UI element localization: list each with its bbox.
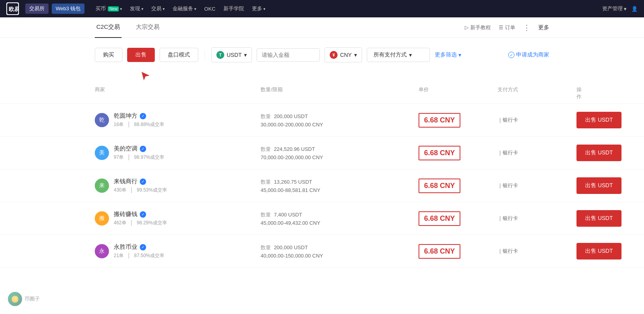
action-cell-4: 出售 USDT xyxy=(576,243,621,259)
buy-coin-chevron: ▾ xyxy=(120,7,122,11)
merchant-avatar-0: 乾 xyxy=(95,113,109,127)
svg-text:欧易: 欧易 xyxy=(9,6,18,12)
amount-cell-4: 数量 200,000 USDT 40,000.00-150,000.00 CNY xyxy=(261,244,419,259)
price-cell-0: 6.68 CNY xyxy=(419,113,498,128)
merchant-cell-1: 美 美的空调 ✓ 97单 │ 98.97%成交率 xyxy=(95,145,261,161)
merchant-info-1: 美的空调 ✓ 97单 │ 98.97%成交率 xyxy=(114,145,164,161)
table-row: 来 来钱商行 ✓ 430单 │ 99.53%成交率 数量 xyxy=(0,169,644,202)
action-cell-3: 出售 USDT xyxy=(576,210,621,227)
play-icon: ▷ xyxy=(465,24,469,30)
col-header-action: 操作 xyxy=(576,86,582,100)
subtab-more-btn[interactable]: ⋮ xyxy=(523,23,530,32)
orders-link[interactable]: ☰ 订单 xyxy=(499,24,515,31)
nav-right-actions: 资产管理 ▾ 👤 xyxy=(602,5,638,12)
col-header-amount: 数量/限额 xyxy=(261,86,419,100)
merchant-info-4: 永胜币业 ✓ 21单 │ 87.50%成交率 xyxy=(114,243,164,259)
more-chevron: ▾ xyxy=(263,7,265,11)
merchant-name-1[interactable]: 美的空调 ✓ xyxy=(114,145,164,152)
nav-links: 买币 New ▾ 发现 ▾ 交易 ▾ 金融服务 ▾ OKC 新手学院 更多 ▾ xyxy=(92,4,599,14)
amount-cell-2: 数量 13,260.75 USDT 45,000.00-88,581.81 CN… xyxy=(261,179,419,193)
user-icon[interactable]: 👤 xyxy=(631,6,638,12)
buy-btn[interactable]: 购买 xyxy=(95,48,122,62)
amount-input[interactable] xyxy=(257,48,320,62)
coin-selector[interactable]: T USDT ▾ xyxy=(211,47,252,62)
price-cell-2: 6.68 CNY xyxy=(419,179,498,193)
sell-usdt-btn-0[interactable]: 出售 USDT xyxy=(576,112,621,128)
amount-info-3: 数量 7,400 USDT 45,000.00-49,432.00 CNY xyxy=(261,211,419,226)
amount-qty-0: 数量 200,000 USDT xyxy=(261,113,419,120)
tab-c2c[interactable]: C2C交易 xyxy=(95,17,122,38)
apply-merchant-link[interactable]: ✓ 申请成为商家 xyxy=(508,51,549,58)
currency-selector[interactable]: ¥ CNY ▾ xyxy=(325,47,362,62)
subtab-actions: ▷ 新手教程 ☰ 订单 ⋮ 更多 xyxy=(465,23,549,32)
amount-qty-4: 数量 200,000 USDT xyxy=(261,244,419,251)
sell-btn[interactable]: 出售 xyxy=(127,48,155,62)
amount-qty-3: 数量 7,400 USDT xyxy=(261,211,419,218)
arrow-annotation: ➤ xyxy=(0,69,644,83)
sell-usdt-btn-3[interactable]: 出售 USDT xyxy=(576,210,621,227)
table-row: 乾 乾圆坤方 ✓ 16单 │ 88.88%成交率 数量 xyxy=(0,104,644,137)
table-header: 商家 数量/限额 单价 支付方式 操作 xyxy=(0,83,644,104)
red-arrow-icon: ➤ xyxy=(135,68,152,84)
verified-badge-2: ✓ xyxy=(140,179,146,185)
discover-link[interactable]: 发现 ▾ xyxy=(127,4,146,14)
amount-range-0: 30,000.00-200,000.00 CNY xyxy=(261,122,419,128)
trade-link[interactable]: 交易 ▾ xyxy=(148,4,168,14)
merchant-name-0[interactable]: 乾圆坤方 ✓ xyxy=(114,112,164,120)
table-row: 永 永胜币业 ✓ 21单 │ 87.50%成交率 数量 xyxy=(0,235,644,268)
amount-range-3: 45,000.00-49,432.00 CNY xyxy=(261,220,419,226)
exchange-btn[interactable]: 交易所 xyxy=(25,4,49,14)
beginner-link[interactable]: 新手学院 xyxy=(220,4,247,14)
price-value-2: 6.68 CNY xyxy=(419,179,460,193)
subtab-more-label[interactable]: 更多 xyxy=(538,24,549,31)
payment-cell-3: ｜银行卡 xyxy=(498,215,576,222)
finance-link[interactable]: 金融服务 ▾ xyxy=(169,4,199,14)
amount-cell-1: 数量 224,520.96 USDT 70,000.00-200,000.00 … xyxy=(261,146,419,160)
merchant-info-3: 搬砖赚钱 ✓ 462单 │ 98.29%成交率 xyxy=(114,211,167,226)
discover-chevron: ▾ xyxy=(141,7,143,11)
payment-selector[interactable]: 所有支付方式 ▾ xyxy=(367,48,430,62)
top-navigation: 欧易 交易所 Web3 钱包 买币 New ▾ 发现 ▾ 交易 ▾ 金融服务 ▾… xyxy=(0,0,644,17)
amount-qty-1: 数量 224,520.96 USDT xyxy=(261,146,419,153)
price-value-0: 6.68 CNY xyxy=(419,113,460,128)
logo[interactable]: 欧易 xyxy=(6,2,19,15)
subtab-bar: C2C交易 大宗交易 ▷ 新手教程 ☰ 订单 ⋮ 更多 xyxy=(0,17,644,38)
merchant-cell-0: 乾 乾圆坤方 ✓ 16单 │ 88.88%成交率 xyxy=(95,112,261,128)
merchant-stats-3: 462单 │ 98.29%成交率 xyxy=(114,220,167,226)
amount-cell-0: 数量 200,000 USDT 30,000.00-200,000.00 CNY xyxy=(261,113,419,128)
sell-usdt-btn-4[interactable]: 出售 USDT xyxy=(576,243,621,259)
buy-coin-link[interactable]: 买币 New ▾ xyxy=(92,4,125,14)
table-row: 搬 搬砖赚钱 ✓ 462单 │ 98.29%成交率 数量 xyxy=(0,202,644,235)
verified-badge-0: ✓ xyxy=(140,113,146,119)
payment-chevron: ▾ xyxy=(409,52,412,58)
web3-btn[interactable]: Web3 钱包 xyxy=(52,4,84,14)
amount-range-4: 40,000.00-150,000.00 CNY xyxy=(261,253,419,259)
amount-range-1: 70,000.00-200,000.00 CNY xyxy=(261,154,419,160)
okc-link[interactable]: OKC xyxy=(201,4,218,13)
trade-chevron: ▾ xyxy=(163,7,165,11)
tab-bulk[interactable]: 大宗交易 xyxy=(134,17,161,38)
sell-usdt-btn-2[interactable]: 出售 USDT xyxy=(576,177,621,194)
more-filter-btn[interactable]: 更多筛选 ▾ xyxy=(435,51,461,58)
merchant-name-3[interactable]: 搬砖赚钱 ✓ xyxy=(114,211,167,218)
sell-usdt-btn-1[interactable]: 出售 USDT xyxy=(576,145,621,161)
price-value-3: 6.68 CNY xyxy=(419,211,460,226)
grid-mode-btn[interactable]: 盘口模式 xyxy=(160,48,198,62)
more-link[interactable]: 更多 ▾ xyxy=(249,4,268,14)
tutorial-link[interactable]: ▷ 新手教程 xyxy=(465,24,491,31)
logo-icon: 欧易 xyxy=(6,2,19,15)
more-filter-chevron: ▾ xyxy=(458,52,461,58)
action-cell-1: 出售 USDT xyxy=(576,145,621,161)
assets-chevron: ▾ xyxy=(624,6,627,12)
amount-info-4: 数量 200,000 USDT 40,000.00-150,000.00 CNY xyxy=(261,244,419,259)
orders-icon: ☰ xyxy=(499,24,503,30)
merchant-name-4[interactable]: 永胜币业 ✓ xyxy=(114,243,164,251)
assets-management-btn[interactable]: 资产管理 ▾ xyxy=(602,5,627,12)
merchant-name-2[interactable]: 来钱商行 ✓ xyxy=(114,178,167,185)
col-header-merchant: 商家 xyxy=(95,86,261,100)
price-value-1: 6.68 CNY xyxy=(419,146,460,160)
payment-cell-2: ｜银行卡 xyxy=(498,182,576,189)
table-row: 美 美的空调 ✓ 97单 │ 98.97%成交率 数量 xyxy=(0,137,644,169)
merchant-info-0: 乾圆坤方 ✓ 16单 │ 88.88%成交率 xyxy=(114,112,164,128)
currency-chevron: ▾ xyxy=(354,52,357,58)
